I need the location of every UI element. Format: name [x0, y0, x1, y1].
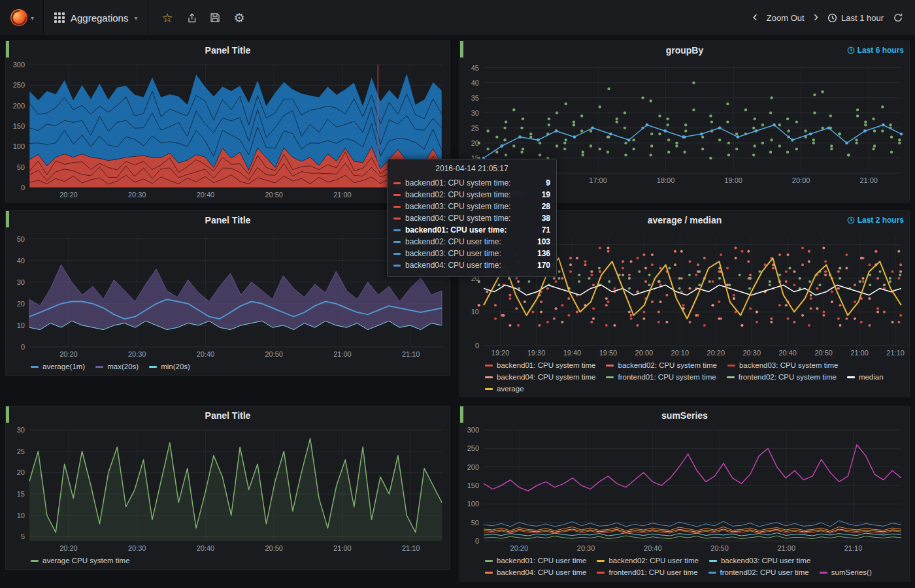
legend-item[interactable]: backend01: CPU system time — [485, 360, 595, 371]
tooltip-series-label: backend01: CPU system time: — [405, 177, 541, 189]
chart-stacked-cpu[interactable]: 20:2020:3020:4020:5021:0021:100501001502… — [6, 59, 450, 201]
legend-item[interactable]: backend04: CPU system time — [485, 372, 595, 383]
svg-text:20:50: 20:50 — [265, 191, 283, 199]
chart-sumseries[interactable]: 20:2020:3020:4020:5021:0021:100501001502… — [460, 425, 909, 554]
panel-sumseries: sumSeries 20:2020:3020:4020:5021:0021:10… — [459, 406, 910, 581]
refresh-icon[interactable] — [893, 12, 903, 23]
svg-text:20:30: 20:30 — [128, 544, 146, 552]
svg-text:0: 0 — [21, 184, 25, 191]
tooltip-series-label: backend02: CPU system time: — [405, 189, 537, 201]
svg-text:20:20: 20:20 — [707, 349, 725, 357]
svg-text:20:20: 20:20 — [510, 544, 529, 552]
legend-color-icon — [727, 376, 735, 378]
gear-icon[interactable]: ⚙ — [233, 12, 244, 24]
svg-text:21:00: 21:00 — [850, 349, 869, 357]
clock-icon — [847, 46, 855, 54]
legend-item[interactable]: frontend01: CPU system time — [606, 372, 716, 383]
dashboard-title: Aggregations — [71, 12, 128, 24]
legend-item[interactable]: min(20s) — [149, 361, 190, 372]
svg-text:30: 30 — [17, 278, 25, 286]
legend-item[interactable]: average(1m) — [31, 361, 85, 372]
svg-text:21:00: 21:00 — [778, 544, 796, 552]
legend-color-icon — [485, 560, 493, 562]
time-forward-icon[interactable]: › — [814, 10, 818, 24]
legend-label: median — [859, 372, 884, 383]
legend-item[interactable]: frontend02: CPU user time — [708, 567, 809, 578]
legend: average CPU system time — [31, 554, 450, 566]
panel-title[interactable]: average / median — [648, 215, 722, 225]
tooltip-series-label: backend02: CPU user time: — [405, 236, 532, 248]
legend-item[interactable]: frontend02: CPU system time — [727, 372, 837, 383]
svg-text:10: 10 — [17, 512, 25, 519]
panel-graph-3: Panel Title 20:2020:3020:4020:5021:0021:… — [5, 406, 450, 570]
tooltip-rows: backend01: CPU system time:9backend02: C… — [393, 177, 550, 271]
legend-label: backend02: CPU system time — [618, 360, 716, 371]
grafana-logo-menu[interactable]: ▾ — [0, 0, 44, 35]
panel-title[interactable]: Panel Title — [205, 215, 251, 225]
clock-icon — [847, 216, 855, 224]
legend-label: frontend02: CPU system time — [739, 372, 837, 383]
legend-item[interactable]: backend02: CPU system time — [606, 360, 716, 371]
series-color-icon — [393, 229, 401, 231]
svg-text:40: 40 — [471, 79, 479, 87]
svg-text:21:00: 21:00 — [859, 176, 878, 184]
time-back-icon[interactable]: ‹ — [753, 10, 757, 24]
save-icon[interactable] — [210, 12, 220, 23]
legend-item[interactable]: backend03: CPU user time — [709, 555, 810, 566]
panel-title[interactable]: Panel Title — [205, 45, 251, 56]
legend-item[interactable]: average — [485, 384, 524, 395]
share-icon[interactable] — [186, 12, 197, 24]
legend-item[interactable]: backend03: CPU system time — [727, 360, 838, 371]
tooltip-series-value: 38 — [542, 212, 550, 224]
svg-text:19:50: 19:50 — [599, 349, 618, 357]
tooltip-row: backend02: CPU user time:103 — [393, 236, 550, 248]
legend-item[interactable]: backend04: CPU user time — [485, 567, 586, 578]
svg-text:150: 150 — [13, 122, 25, 130]
chart-avg-max-min[interactable]: 20:2020:3020:4020:5021:0021:100102030405… — [6, 229, 450, 360]
tooltip-series-label: backend01: CPU user time: — [405, 224, 537, 236]
svg-text:20:40: 20:40 — [197, 544, 215, 552]
legend-item[interactable]: max(20s) — [95, 361, 139, 372]
panel-title[interactable]: sumSeries — [661, 410, 708, 421]
time-range-picker[interactable]: Last 1 hour — [827, 13, 884, 23]
svg-text:19:20: 19:20 — [491, 349, 510, 357]
zoom-out-button[interactable]: Zoom Out — [767, 13, 805, 23]
svg-text:20:40: 20:40 — [644, 544, 662, 552]
legend-item[interactable]: sumSeries() — [820, 567, 872, 578]
panel-time-override[interactable]: Last 2 hours — [847, 216, 904, 225]
legend-label: sumSeries() — [831, 567, 872, 578]
svg-text:100: 100 — [467, 500, 479, 508]
svg-text:30: 30 — [17, 426, 25, 434]
svg-text:20:10: 20:10 — [671, 349, 690, 357]
tooltip-series-label: backend04: CPU user time: — [405, 259, 532, 271]
legend-label: frontend02: CPU user time — [720, 567, 809, 578]
svg-text:20:40: 20:40 — [778, 349, 797, 357]
svg-text:15: 15 — [17, 490, 25, 498]
panel-title[interactable]: Panel Title — [205, 410, 251, 421]
legend-item[interactable]: median — [847, 372, 884, 383]
legend-color-icon — [31, 366, 39, 368]
legend-item[interactable]: frontend01: CPU user time — [597, 567, 697, 578]
svg-text:300: 300 — [13, 61, 25, 69]
chart-average-cpu[interactable]: 20:2020:3020:4020:5021:0021:105101520253… — [6, 425, 450, 554]
svg-text:20:50: 20:50 — [265, 350, 283, 358]
panel-time-override[interactable]: Last 6 hours — [847, 46, 904, 55]
star-icon[interactable]: ☆ — [161, 12, 173, 24]
legend-color-icon — [820, 572, 827, 574]
tooltip-series-value: 170 — [537, 259, 550, 271]
panel-graph-1: Panel Title 20:2020:3020:4020:5021:0021:… — [5, 41, 450, 203]
tooltip-series-label: backend03: CPU user time: — [405, 248, 532, 259]
panel-title[interactable]: groupBy — [666, 45, 704, 56]
legend-item[interactable]: backend01: CPU user time — [485, 555, 586, 566]
chevron-down-icon: ▾ — [31, 14, 34, 22]
svg-text:45: 45 — [471, 64, 479, 72]
legend-item[interactable]: average CPU system time — [31, 555, 130, 566]
series-color-icon — [393, 241, 401, 243]
legend-item[interactable]: backend02: CPU user time — [597, 555, 698, 566]
svg-text:17:00: 17:00 — [589, 176, 607, 184]
svg-text:50: 50 — [17, 163, 25, 171]
dashboard-picker[interactable]: Aggregations ▾ — [44, 0, 148, 35]
tooltip-row: backend04: CPU system time:38 — [393, 212, 550, 224]
time-range-label: Last 1 hour — [841, 13, 884, 23]
legend-label: frontend01: CPU system time — [618, 372, 716, 383]
